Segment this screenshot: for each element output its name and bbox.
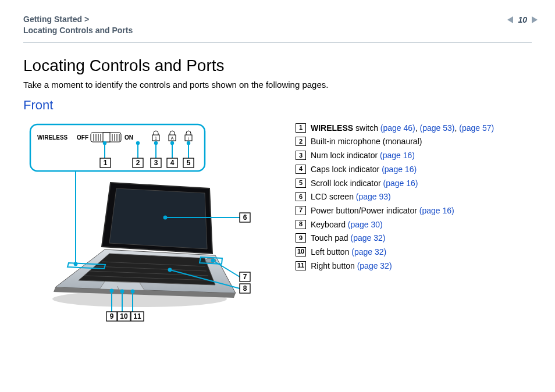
- legend-numbox: 6: [296, 192, 306, 201]
- legend-plain-text: Built-in microphone (monaural): [311, 137, 422, 146]
- page-intro: Take a moment to identify the controls a…: [23, 80, 532, 90]
- svg-point-56: [111, 289, 113, 292]
- svg-point-24: [155, 142, 157, 144]
- legend-row-5: 5Scroll lock indicator (page 16): [296, 177, 532, 190]
- legend-link[interactable]: (page 93): [356, 192, 391, 201]
- callout-2: 2: [136, 159, 140, 167]
- svg-point-22: [104, 142, 106, 144]
- svg-rect-10: [103, 133, 110, 142]
- svg-marker-36: [109, 188, 207, 249]
- header-divider: [23, 42, 532, 42]
- legend-text: Power button/Power indicator (page 16): [311, 205, 454, 218]
- legend-row-9: 9Touch pad (page 32): [296, 232, 532, 245]
- laptop-illustration: [52, 183, 236, 307]
- legend-link[interactable]: (page 16): [380, 151, 415, 160]
- legend-link[interactable]: (page 46): [380, 123, 415, 133]
- legend-numbox: 2: [296, 137, 306, 146]
- legend-numbox: 8: [296, 220, 306, 229]
- svg-point-58: [121, 290, 124, 293]
- legend-link[interactable]: (page 57): [459, 123, 494, 133]
- svg-point-54: [169, 268, 172, 271]
- svg-point-25: [171, 142, 173, 144]
- legend-numbox: 5: [296, 179, 306, 188]
- svg-text:↕: ↕: [187, 136, 190, 141]
- legend-numbox: 4: [296, 165, 306, 174]
- callout-9: 9: [110, 312, 114, 320]
- legend-link[interactable]: (page 32): [351, 247, 386, 256]
- on-label: ON: [124, 134, 133, 141]
- svg-text:1: 1: [155, 136, 157, 140]
- callout-5: 5: [187, 159, 191, 167]
- svg-point-60: [131, 290, 134, 293]
- legend-text: LCD screen (page 93): [311, 191, 391, 204]
- legend-plain-text: Scroll lock indicator: [311, 179, 383, 188]
- wireless-label: WIRELESS: [37, 134, 68, 141]
- legend-bold: WIRELESS: [311, 123, 353, 133]
- legend-numbox: 9: [296, 233, 306, 243]
- legend-link[interactable]: (page 32): [357, 261, 392, 270]
- legend-row-6: 6LCD screen (page 93): [296, 191, 532, 204]
- callout-1: 1: [104, 159, 108, 167]
- breadcrumb: Getting Started > Locating Controls and …: [23, 14, 532, 36]
- legend-row-1: 1WIRELESS switch (page 46), (page 53), (…: [296, 122, 532, 135]
- callout-11: 11: [133, 312, 141, 320]
- legend-link[interactable]: (page 16): [383, 179, 418, 188]
- legend-plain-text: Right button: [311, 261, 357, 270]
- legend-row-8: 8Keyboard (page 30): [296, 219, 532, 231]
- legend-row-2: 2Built-in microphone (monaural): [296, 136, 532, 148]
- svg-rect-0: [30, 124, 205, 171]
- legend-plain-text: Num lock indicator: [311, 151, 380, 160]
- legend-text: Keyboard (page 30): [311, 219, 383, 231]
- legend-row-11: 11Right button (page 32): [296, 260, 532, 273]
- legend-link[interactable]: (page 53): [420, 123, 455, 133]
- svg-marker-48: [200, 257, 222, 264]
- legend-text: Right button (page 32): [311, 260, 392, 273]
- svg-point-23: [137, 142, 139, 144]
- figure-front-view: WIRELESS OFF ON 1: [23, 119, 279, 328]
- legend-link[interactable]: (page 30): [348, 220, 383, 229]
- legend-plain-text: Power button/Power indicator: [311, 206, 419, 215]
- callout-7: 7: [243, 273, 247, 281]
- legend-plain-text: Left button: [311, 247, 351, 256]
- breadcrumb-line-1: Getting Started >: [23, 14, 532, 25]
- legend-text: Built-in microphone (monaural): [311, 136, 422, 148]
- legend-text: Caps lock indicator (page 16): [311, 163, 417, 176]
- legend-row-4: 4Caps lock indicator (page 16): [296, 163, 532, 176]
- legend-plain-text: LCD screen: [311, 192, 356, 201]
- legend-link[interactable]: (page 16): [419, 206, 454, 215]
- section-heading: Front: [23, 98, 532, 113]
- callout-4: 4: [170, 159, 175, 167]
- page-title: Locating Controls and Ports: [23, 56, 532, 75]
- legend-numbox: 7: [296, 206, 306, 215]
- svg-point-26: [187, 142, 190, 144]
- next-page-arrow-icon[interactable]: [532, 16, 538, 23]
- off-label: OFF: [77, 134, 88, 141]
- svg-text:A: A: [171, 136, 174, 140]
- callout-6: 6: [243, 213, 247, 222]
- legend-text: Scroll lock indicator (page 16): [311, 177, 418, 190]
- legend-list: 1WIRELESS switch (page 46), (page 53), (…: [296, 119, 532, 328]
- legend-plain-text: switch: [353, 123, 380, 133]
- callout-10: 10: [120, 312, 128, 320]
- breadcrumb-line-2: Locating Controls and Ports: [23, 25, 532, 36]
- legend-text: Left button (page 32): [311, 246, 386, 259]
- svg-point-52: [212, 259, 215, 262]
- legend-numbox: 1: [296, 123, 306, 133]
- legend-row-7: 7Power button/Power indicator (page 16): [296, 205, 532, 218]
- page-number-nav: 10: [507, 15, 538, 24]
- page-number: 10: [518, 15, 527, 24]
- legend-plain-text: Caps lock indicator: [311, 165, 382, 174]
- legend-text: Touch pad (page 32): [311, 232, 385, 245]
- legend-plain-text: Touch pad: [311, 233, 351, 243]
- legend-plain-text: Keyboard: [311, 220, 348, 229]
- svg-point-50: [164, 216, 167, 219]
- legend-numbox: 11: [296, 261, 306, 270]
- legend-text: WIRELESS switch (page 46), (page 53), (p…: [311, 122, 494, 135]
- legend-numbox: 3: [296, 151, 306, 160]
- prev-page-arrow-icon[interactable]: [507, 16, 513, 23]
- legend-link[interactable]: (page 16): [382, 165, 417, 174]
- legend-link[interactable]: (page 32): [351, 233, 386, 243]
- legend-numbox: 10: [296, 247, 306, 256]
- callout-3: 3: [154, 159, 158, 167]
- legend-text: Num lock indicator (page 16): [311, 149, 415, 162]
